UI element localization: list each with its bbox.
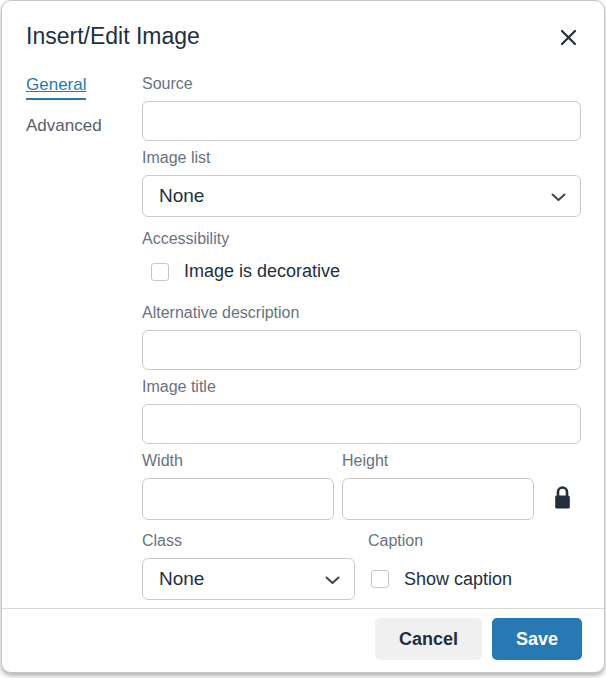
alt-description-label: Alternative description	[142, 304, 581, 322]
close-icon	[559, 35, 578, 50]
image-list-selected-value: None	[159, 185, 204, 207]
chevron-down-icon	[325, 568, 340, 590]
class-caption-row: Class None Caption Show capti	[142, 532, 581, 608]
dialog-header: Insert/Edit Image	[2, 1, 604, 61]
class-selected-value: None	[159, 568, 204, 590]
close-button[interactable]	[555, 24, 582, 51]
decorative-checkbox-label[interactable]: Image is decorative	[184, 261, 340, 282]
width-input[interactable]	[142, 478, 334, 520]
source-label: Source	[142, 75, 581, 93]
decorative-checkbox[interactable]	[151, 263, 169, 281]
class-label: Class	[142, 532, 355, 550]
dialog-title: Insert/Edit Image	[26, 22, 200, 50]
class-group: Class None	[142, 532, 355, 600]
class-select[interactable]: None	[142, 558, 355, 600]
width-label: Width	[142, 452, 334, 470]
chevron-down-icon	[551, 185, 566, 207]
image-title-label: Image title	[142, 378, 581, 396]
show-caption-checkbox-label[interactable]: Show caption	[404, 569, 512, 590]
image-list-group: Image list None	[142, 149, 581, 217]
constrain-proportions-button[interactable]	[543, 478, 581, 520]
lock-icon	[553, 485, 572, 513]
insert-edit-image-dialog: Insert/Edit Image General Advanced Sourc…	[1, 0, 605, 673]
source-group: Source	[142, 75, 581, 141]
dialog-footer: Cancel Save	[2, 608, 604, 672]
height-label: Height	[342, 452, 534, 470]
show-caption-checkbox-row: Show caption	[368, 558, 581, 600]
source-input[interactable]	[142, 101, 581, 141]
tab-list: General Advanced	[26, 75, 118, 608]
accessibility-label: Accessibility	[142, 230, 581, 248]
tab-advanced[interactable]: Advanced	[26, 116, 102, 139]
caption-group: Caption Show caption	[368, 532, 581, 600]
alt-description-input[interactable]	[142, 330, 581, 370]
height-group: Height	[342, 452, 534, 520]
height-input[interactable]	[342, 478, 534, 520]
cancel-button[interactable]: Cancel	[375, 618, 482, 660]
image-title-input[interactable]	[142, 404, 581, 444]
alt-description-group: Alternative description	[142, 304, 581, 370]
image-list-label: Image list	[142, 149, 581, 167]
image-title-group: Image title	[142, 378, 581, 444]
width-group: Width	[142, 452, 334, 520]
show-caption-checkbox[interactable]	[371, 570, 389, 588]
dimensions-row: Width Height	[142, 452, 581, 520]
save-button[interactable]: Save	[492, 618, 582, 660]
caption-label: Caption	[368, 532, 581, 550]
image-list-select[interactable]: None	[142, 175, 581, 217]
dialog-body: General Advanced Source Image list None	[2, 61, 604, 608]
accessibility-group: Accessibility Image is decorative	[142, 230, 581, 282]
decorative-checkbox-row: Image is decorative	[142, 261, 581, 282]
tab-general[interactable]: General	[26, 75, 86, 100]
general-form: Source Image list None Accessibility	[142, 75, 581, 608]
